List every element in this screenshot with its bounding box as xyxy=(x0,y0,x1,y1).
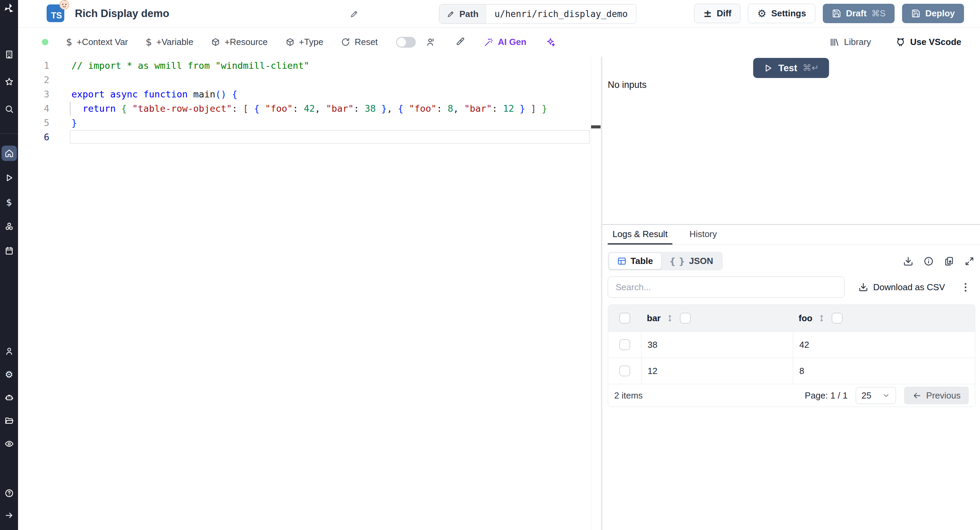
robot-icon xyxy=(5,393,14,402)
package-icon xyxy=(285,37,295,47)
edit-summary-pencil-icon[interactable] xyxy=(350,9,359,18)
toolbar-item-label: +Context Var xyxy=(76,37,128,47)
chevron-down-icon xyxy=(882,391,890,399)
sidebar-item-eye[interactable] xyxy=(2,436,17,452)
view-toggle: Table{ }JSON xyxy=(608,252,723,270)
no-inputs-text: No inputs xyxy=(608,80,646,90)
select-all-checkbox[interactable] xyxy=(619,313,630,324)
use-vscode-button[interactable]: Use VScode xyxy=(896,37,961,47)
arrow-left-icon xyxy=(912,391,921,400)
page-title: Rich Display demo xyxy=(75,0,169,27)
expand-icon[interactable] xyxy=(964,256,975,267)
draft-button[interactable]: Draft ⌘S xyxy=(823,4,894,23)
toolbar-reset-button[interactable]: Reset xyxy=(341,37,378,47)
code-line-3: 3export async function main() { xyxy=(18,87,601,102)
building-icon xyxy=(5,50,14,59)
paintbrush-icon[interactable] xyxy=(455,37,465,47)
star-icon xyxy=(5,77,14,86)
view-table-button[interactable]: Table xyxy=(609,253,661,269)
sidebar-item-person[interactable] xyxy=(2,344,17,359)
toolbar-item-label: Reset xyxy=(355,37,378,47)
result-table: barfoo 3842128 2 items Page: 1 / 1 25 Pr… xyxy=(608,305,975,407)
test-button-label: Test xyxy=(778,63,797,73)
vscode-icon xyxy=(896,37,905,47)
status-dot xyxy=(42,39,48,45)
toolbar-resource-button[interactable]: +Resource xyxy=(211,37,267,47)
results-toolbar: Table{ }JSON xyxy=(608,252,975,270)
line-number: 1 xyxy=(18,59,49,73)
sidebar-item-home[interactable] xyxy=(2,146,17,161)
line-number: 5 xyxy=(18,116,49,130)
tab-history[interactable]: History xyxy=(685,225,722,244)
column-checkbox[interactable] xyxy=(832,313,843,324)
deploy-button-label: Deploy xyxy=(925,8,955,19)
column-checkbox[interactable] xyxy=(680,313,691,324)
sidebar-item-help-circle[interactable] xyxy=(2,486,17,501)
results-tabs: Logs & ResultHistory xyxy=(602,225,980,245)
scrollbar-thumb[interactable] xyxy=(591,125,601,128)
toolbar-variable-button[interactable]: $+Variable xyxy=(146,37,193,47)
pagination: Page: 1 / 1 25 Previous xyxy=(805,386,969,404)
sidebar-item-play[interactable] xyxy=(2,170,17,185)
sidebar-item-gear[interactable]: ⚙ xyxy=(2,367,17,382)
tab-logs-result[interactable]: Logs & Result xyxy=(608,225,672,244)
sparkles-icon[interactable] xyxy=(546,37,555,47)
view-json-button[interactable]: { }JSON xyxy=(661,253,721,269)
diff-button[interactable]: ± Diff xyxy=(694,4,740,23)
modified-line-marker xyxy=(70,102,71,116)
sidebar-item-cubes[interactable] xyxy=(2,219,17,234)
table-header: barfoo xyxy=(608,305,975,331)
path-value: u/henri/rich_display_demo xyxy=(486,5,636,24)
page-size-select[interactable]: 25 xyxy=(856,387,896,404)
person-icon xyxy=(5,347,14,356)
toolbar-context-var-button[interactable]: $+Context Var xyxy=(66,37,128,47)
sidebar-item-arrow-right[interactable] xyxy=(2,508,17,523)
table-controls: Download as CSV xyxy=(608,276,975,298)
column-header-bar[interactable]: bar xyxy=(641,313,793,324)
sidebar-item-search[interactable] xyxy=(2,102,17,117)
sidebar-item-dollar[interactable]: $ xyxy=(2,195,17,210)
table-icon xyxy=(617,257,627,266)
previous-page-button[interactable]: Previous xyxy=(904,386,969,404)
sidebar-item-building[interactable] xyxy=(2,47,17,62)
search-input[interactable] xyxy=(608,276,845,298)
ai-gen-button[interactable]: AI Gen xyxy=(484,37,527,47)
clipboard-icon[interactable] xyxy=(944,256,954,267)
library-label: Library xyxy=(844,37,871,47)
view-label: JSON xyxy=(689,256,713,267)
row-checkbox[interactable] xyxy=(619,339,630,350)
test-button[interactable]: Test ⌘↵ xyxy=(753,58,829,78)
left-sidebar: $⚙ xyxy=(0,0,18,530)
magic-wand-icon xyxy=(484,37,493,47)
kebab-menu[interactable] xyxy=(963,281,969,294)
library-button[interactable]: Library xyxy=(830,37,871,47)
library-icon xyxy=(830,37,839,47)
download-icon[interactable] xyxy=(903,256,913,267)
deploy-button[interactable]: Deploy xyxy=(902,4,964,23)
settings-button[interactable]: ⚙ Settings xyxy=(748,4,815,23)
code-editor[interactable]: 1// import * as wmill from "windmill-cli… xyxy=(18,57,601,530)
download-csv-button[interactable]: Download as CSV xyxy=(859,282,945,292)
sidebar-item-star[interactable] xyxy=(2,74,17,89)
column-header-foo[interactable]: foo xyxy=(793,313,975,324)
path-field[interactable]: Path u/henri/rich_display_demo xyxy=(439,4,636,24)
home-icon xyxy=(5,149,14,158)
row-checkbox[interactable] xyxy=(619,366,630,377)
toolbar-item-label: +Type xyxy=(299,37,324,47)
sidebar-item-folder-open[interactable] xyxy=(2,413,17,428)
line-number: 2 xyxy=(18,73,49,87)
save-icon xyxy=(832,9,841,18)
play-icon xyxy=(763,63,773,73)
toolbar-type-button[interactable]: +Type xyxy=(285,37,324,47)
users-icon[interactable] xyxy=(426,37,436,47)
line-number: 4 xyxy=(18,102,49,116)
sidebar-item-calendar[interactable] xyxy=(2,243,17,259)
line-number: 6 xyxy=(18,130,49,144)
windmill-logo[interactable] xyxy=(3,2,15,14)
script-emoji xyxy=(59,0,70,10)
eye-icon xyxy=(5,439,14,449)
download-icon xyxy=(859,283,868,292)
toggle-switch[interactable] xyxy=(396,37,416,48)
sidebar-item-robot[interactable] xyxy=(2,390,17,405)
info-icon[interactable] xyxy=(924,256,934,267)
